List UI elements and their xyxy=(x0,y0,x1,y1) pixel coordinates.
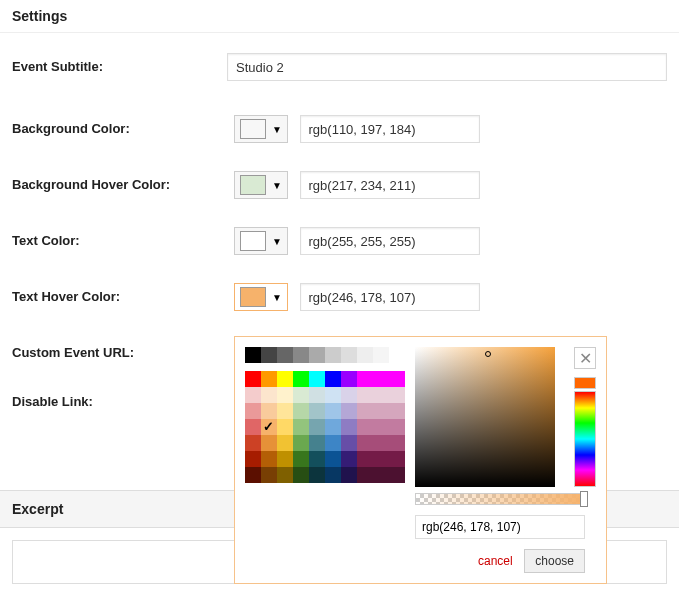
label-bg-hover: Background Hover Color: xyxy=(12,171,234,192)
color-grid xyxy=(245,371,405,423)
hue-current-swatch xyxy=(574,377,596,389)
hue-slider[interactable] xyxy=(574,391,596,423)
bg-hover-text-input[interactable] xyxy=(300,171,480,199)
palette-cell[interactable] xyxy=(389,419,405,423)
palette-cell[interactable] xyxy=(245,419,261,423)
bg-hover-swatch xyxy=(240,175,266,195)
text-hover-swatch-button[interactable]: ▼ xyxy=(234,283,288,311)
row-text-hover: Text Hover Color: ▼ xyxy=(0,269,679,325)
palette-cell[interactable] xyxy=(325,419,341,423)
row-bg-hover: Background Hover Color: ▼ xyxy=(0,157,679,213)
palette-cell[interactable] xyxy=(373,403,389,419)
palette-cell[interactable] xyxy=(389,403,405,419)
palette-cell[interactable] xyxy=(293,387,309,403)
palette-cell[interactable] xyxy=(357,387,373,403)
text-swatch xyxy=(240,231,266,251)
palette-cell[interactable] xyxy=(277,371,293,387)
close-icon[interactable]: ✕ xyxy=(574,347,596,369)
palette-cell[interactable] xyxy=(261,387,277,403)
subtitle-input[interactable] xyxy=(227,53,667,81)
palette-cell[interactable] xyxy=(309,419,325,423)
gradient-side: ✕ cancel choose xyxy=(415,347,596,423)
row-subtitle: Event Subtitle: xyxy=(0,33,679,101)
palette-cell[interactable] xyxy=(261,347,277,363)
palette-cell[interactable] xyxy=(277,347,293,363)
palette-cell[interactable] xyxy=(293,347,309,363)
palette-cell[interactable] xyxy=(373,347,389,363)
palette-cell[interactable] xyxy=(309,403,325,419)
palette-cell[interactable] xyxy=(341,371,357,387)
palette-cell[interactable] xyxy=(357,403,373,419)
bg-hover-swatch-button[interactable]: ▼ xyxy=(234,171,288,199)
palette-cell[interactable] xyxy=(245,347,261,363)
palette-cell[interactable] xyxy=(261,403,277,419)
sv-cursor xyxy=(485,351,491,357)
saturation-value-box[interactable] xyxy=(415,347,555,423)
label-text-hover: Text Hover Color: xyxy=(12,283,234,304)
chevron-down-icon: ▼ xyxy=(272,124,282,135)
palette-side xyxy=(245,347,405,423)
palette-cell[interactable] xyxy=(277,419,293,423)
row-bg: Background Color: ▼ xyxy=(0,101,679,157)
color-picker-popup: ✕ cancel choose xyxy=(234,336,607,423)
text-hover-swatch xyxy=(240,287,266,307)
palette-cell[interactable] xyxy=(245,387,261,403)
palette-cell[interactable] xyxy=(373,371,389,387)
label-custom-url: Custom Event URL: xyxy=(12,339,234,360)
bg-swatch-button[interactable]: ▼ xyxy=(234,115,288,143)
row-text: Text Color: ▼ xyxy=(0,213,679,269)
palette-cell[interactable] xyxy=(389,387,405,403)
palette-cell[interactable] xyxy=(325,371,341,387)
palette-cell[interactable] xyxy=(325,403,341,419)
palette-cell[interactable] xyxy=(341,347,357,363)
settings-heading: Settings xyxy=(0,0,679,33)
palette-cell[interactable] xyxy=(293,371,309,387)
palette-cell[interactable] xyxy=(341,403,357,419)
palette-cell[interactable] xyxy=(373,419,389,423)
text-text-input[interactable] xyxy=(300,227,480,255)
palette-cell[interactable] xyxy=(357,419,373,423)
palette-cell[interactable] xyxy=(389,371,405,387)
chevron-down-icon: ▼ xyxy=(272,292,282,303)
text-hover-text-input[interactable] xyxy=(300,283,480,311)
label-subtitle: Event Subtitle: xyxy=(12,53,227,74)
palette-cell[interactable] xyxy=(293,403,309,419)
palette-cell[interactable] xyxy=(373,387,389,403)
palette-cell[interactable] xyxy=(277,403,293,419)
palette-cell[interactable] xyxy=(309,347,325,363)
label-text: Text Color: xyxy=(12,227,234,248)
palette-cell[interactable] xyxy=(293,419,309,423)
palette-cell[interactable] xyxy=(325,387,341,403)
text-swatch-button[interactable]: ▼ xyxy=(234,227,288,255)
gray-row xyxy=(245,347,405,363)
palette-cell[interactable] xyxy=(357,347,373,363)
label-bg: Background Color: xyxy=(12,115,234,136)
label-disable-link: Disable Link: xyxy=(12,388,234,409)
palette-cell[interactable] xyxy=(245,371,261,387)
palette-cell[interactable] xyxy=(341,419,357,423)
palette-cell[interactable] xyxy=(309,371,325,387)
palette-cell[interactable] xyxy=(325,347,341,363)
bg-swatch xyxy=(240,119,266,139)
palette-cell[interactable] xyxy=(277,387,293,403)
chevron-down-icon: ▼ xyxy=(272,236,282,247)
palette-cell[interactable] xyxy=(245,403,261,419)
palette-cell[interactable] xyxy=(389,347,405,363)
palette-cell[interactable] xyxy=(357,371,373,387)
palette-cell[interactable] xyxy=(261,371,277,387)
chevron-down-icon: ▼ xyxy=(272,180,282,191)
palette-cell[interactable] xyxy=(341,387,357,403)
palette-cell[interactable] xyxy=(261,419,277,423)
palette-cell[interactable] xyxy=(309,387,325,403)
bg-text-input[interactable] xyxy=(300,115,480,143)
